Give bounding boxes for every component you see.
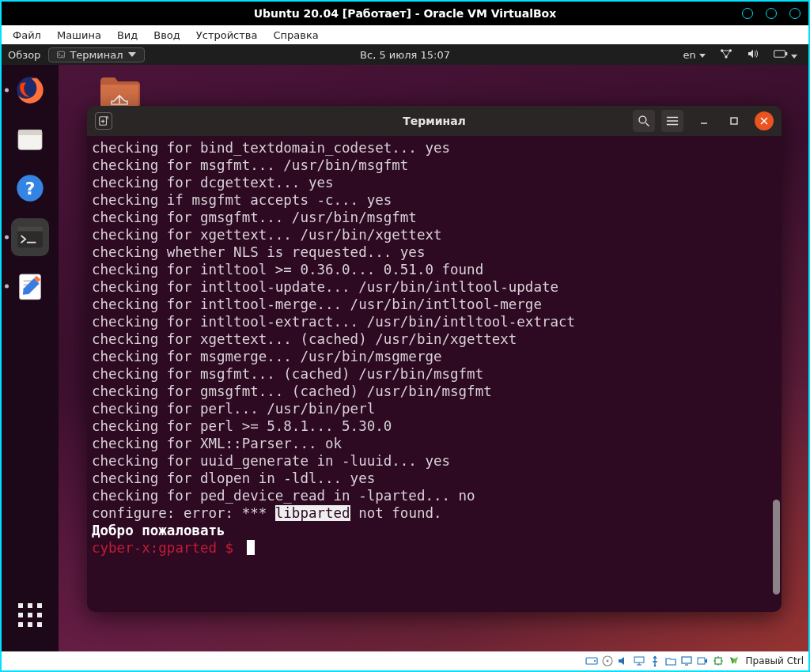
svg-rect-22 bbox=[634, 657, 644, 663]
svg-point-21 bbox=[607, 660, 609, 663]
terminal-line: checking for gmsgfmt... /usr/bin/msgfmt bbox=[92, 209, 777, 226]
terminal-line: checking for msgfmt... (cached) /usr/bin… bbox=[92, 365, 777, 383]
terminal-welcome: Добро пожаловать bbox=[92, 522, 777, 539]
terminal-line: checking for perl >= 5.8.1... 5.30.0 bbox=[92, 417, 777, 435]
terminal-window: Терминал bbox=[87, 106, 782, 612]
close-button[interactable] bbox=[755, 111, 774, 130]
keyboard-layout-indicator[interactable]: en bbox=[683, 49, 705, 61]
svg-rect-13 bbox=[17, 227, 43, 232]
terminal-error-line: configure: error: *** libparted not foun… bbox=[92, 504, 777, 522]
terminal-line: checking for xgettext... /usr/bin/xgette… bbox=[92, 226, 777, 244]
vbox-minimize-button[interactable] bbox=[742, 8, 753, 19]
terminal-title: Терминал bbox=[403, 115, 466, 127]
menu-devices[interactable]: Устройства bbox=[190, 28, 264, 43]
virtualbox-statusbar: Правый Ctrl bbox=[2, 651, 808, 670]
terminal-line: checking for XML::Parser... ok bbox=[92, 435, 777, 452]
terminal-line: checking for uuid_generate in -luuid... … bbox=[92, 452, 777, 470]
network-icon[interactable] bbox=[720, 48, 732, 62]
virtualbox-titlebar: Ubuntu 20.04 [Работает] - Oracle VM Virt… bbox=[2, 2, 808, 25]
app-menu-terminal[interactable]: Терминал bbox=[48, 47, 144, 62]
vbox-display-icon[interactable] bbox=[680, 655, 693, 667]
vbox-maximize-button[interactable] bbox=[766, 8, 777, 19]
vbox-hd-icon[interactable] bbox=[585, 655, 598, 667]
vbox-host-key: Правый Ctrl bbox=[745, 655, 804, 666]
terminal-line: checking whether NLS is requested... yes bbox=[92, 244, 777, 261]
svg-rect-0 bbox=[58, 51, 65, 58]
svg-point-16 bbox=[639, 116, 646, 123]
svg-rect-8 bbox=[18, 130, 42, 135]
menu-file[interactable]: Файл bbox=[6, 28, 47, 43]
terminal-line: checking if msgfmt accepts -c... yes bbox=[92, 191, 777, 209]
terminal-line: checking for intltool-merge... /usr/bin/… bbox=[92, 296, 777, 313]
svg-point-19 bbox=[594, 660, 596, 662]
minimize-button[interactable] bbox=[695, 111, 713, 130]
maximize-button[interactable] bbox=[725, 111, 744, 130]
vbox-close-button[interactable] bbox=[789, 8, 801, 19]
menu-machine[interactable]: Машина bbox=[51, 28, 108, 43]
terminal-line: checking for gmsgfmt... (cached) /usr/bi… bbox=[92, 383, 777, 400]
terminal-line: checking for intltool >= 0.36.0... 0.51.… bbox=[92, 261, 777, 278]
virtualbox-menubar: Файл Машина Вид Ввод Устройства Справка bbox=[2, 25, 808, 44]
cursor-icon bbox=[247, 540, 255, 555]
svg-rect-4 bbox=[774, 50, 785, 56]
vbox-cpu-icon[interactable] bbox=[712, 655, 725, 667]
vbox-audio-icon[interactable] bbox=[617, 655, 630, 667]
power-icon[interactable] bbox=[774, 48, 797, 62]
menu-help[interactable]: Справка bbox=[267, 28, 324, 43]
svg-rect-26 bbox=[715, 658, 721, 664]
svg-text:?: ? bbox=[25, 179, 36, 198]
hamburger-menu-button[interactable] bbox=[661, 110, 683, 132]
volume-icon[interactable] bbox=[747, 48, 759, 62]
terminal-line: checking for intltool-extract... /usr/bi… bbox=[92, 313, 777, 330]
terminal-line: checking for ped_device_read in -lparted… bbox=[92, 487, 777, 504]
ubuntu-dock: ? bbox=[2, 65, 59, 651]
search-button[interactable] bbox=[633, 110, 655, 132]
svg-rect-5 bbox=[785, 51, 787, 55]
vm-title: Ubuntu 20.04 [Работает] - Oracle VM Virt… bbox=[254, 7, 557, 20]
terminal-titlebar[interactable]: Терминал bbox=[87, 106, 782, 136]
svg-rect-24 bbox=[682, 657, 691, 663]
new-tab-button[interactable] bbox=[95, 112, 112, 130]
dock-files[interactable] bbox=[11, 120, 49, 158]
app-menu-label: Терминал bbox=[70, 49, 123, 61]
terminal-line: checking for dlopen in -ldl... yes bbox=[92, 470, 777, 487]
activities-button[interactable]: Обзор bbox=[8, 49, 40, 61]
svg-rect-17 bbox=[731, 118, 737, 124]
terminal-line: checking for dcgettext... yes bbox=[92, 174, 777, 191]
terminal-line: checking for msgmerge... /usr/bin/msgmer… bbox=[92, 348, 777, 365]
vbox-network-icon[interactable] bbox=[633, 655, 645, 667]
terminal-line: checking for perl... /usr/bin/perl bbox=[92, 400, 777, 417]
menu-input[interactable]: Ввод bbox=[147, 28, 187, 43]
svg-point-23 bbox=[654, 665, 657, 667]
vbox-usb-icon[interactable] bbox=[649, 655, 661, 667]
dock-terminal[interactable] bbox=[11, 218, 49, 256]
menu-view[interactable]: Вид bbox=[111, 28, 144, 43]
svg-rect-25 bbox=[698, 658, 705, 664]
home-folder-desktop-icon[interactable] bbox=[97, 71, 142, 111]
dock-text-editor[interactable] bbox=[11, 267, 49, 305]
dock-firefox[interactable] bbox=[11, 71, 49, 109]
vbox-mouse-integration-icon[interactable] bbox=[728, 655, 740, 667]
guest-desktop: Терминал bbox=[59, 65, 808, 651]
terminal-line: checking for msgfmt... /usr/bin/msgfmt bbox=[92, 157, 777, 174]
vbox-optical-icon[interactable] bbox=[601, 655, 614, 667]
terminal-scrollbar[interactable] bbox=[773, 500, 780, 595]
vbox-window-controls bbox=[742, 2, 801, 25]
terminal-prompt: cyber-x:gparted $ bbox=[92, 539, 777, 557]
clock[interactable]: Вс, 5 июля 15:07 bbox=[360, 49, 450, 61]
terminal-line: checking for xgettext... (cached) /usr/b… bbox=[92, 330, 777, 348]
vbox-recording-icon[interactable] bbox=[696, 655, 709, 667]
dock-help[interactable]: ? bbox=[11, 169, 49, 207]
terminal-body[interactable]: checking for bind_textdomain_codeset... … bbox=[87, 136, 782, 612]
terminal-line: checking for bind_textdomain_codeset... … bbox=[92, 139, 777, 157]
show-applications-button[interactable] bbox=[11, 596, 49, 634]
vbox-shared-folders-icon[interactable] bbox=[664, 655, 677, 667]
terminal-line: checking for intltool-update... /usr/bin… bbox=[92, 278, 777, 296]
gnome-top-panel: Обзор Терминал Вс, 5 июля 15:07 en bbox=[2, 44, 808, 65]
